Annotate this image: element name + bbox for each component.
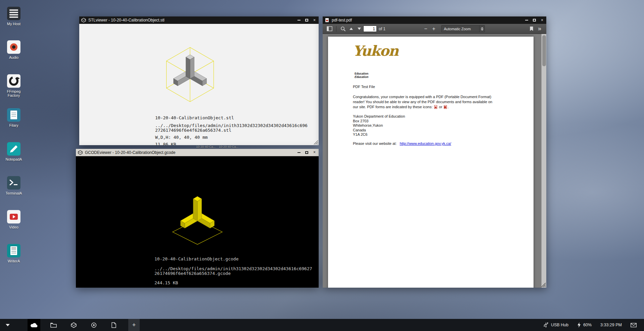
minimize-button[interactable] [297,18,301,23]
pdf-document-task-icon [111,322,116,328]
stl-viewport[interactable]: 10-20-40-CalibrationObject.stl ../../Des… [79,24,319,145]
maximize-button[interactable] [532,18,537,23]
desktop-icon-label: My Host [3,22,25,26]
pdf-viewer-window: pdf-test.pdf × [323,16,546,288]
address-line: Y1A 2C6 [353,132,405,137]
pdf-app-icon [325,18,329,23]
search-button[interactable] [339,25,347,33]
pdf-website-line: Please visit our website at: http://www.… [353,141,451,146]
pdf-content-area[interactable]: Yukon Education Éducation PDF Test File … [323,34,546,288]
stlviewer-titlebar[interactable]: STLviewer - 10-20-40-CalibrationObject.s… [79,16,319,24]
minimize-button[interactable] [297,150,301,155]
scrollbar[interactable] [541,34,546,288]
paragraph-line: our site. PDF forms are indicated by the… [353,105,432,109]
messages-tray[interactable] [631,323,637,327]
website-label: Please visit our website at: [353,141,397,146]
maximize-button[interactable] [305,18,309,23]
desktop: My Host Audio FFmpeg Factory Filary Note… [0,0,644,331]
pdf-window-title: pdf-test.pdf [332,18,522,23]
next-page-button[interactable] [355,25,363,33]
desktop-icon-label: WriterA [3,259,25,263]
desktop-icon-writera[interactable]: WriterA [3,244,25,263]
desktop-icon-label: FFmpeg Factory [3,89,25,97]
taskbar-stlviewer[interactable] [67,319,80,331]
clock[interactable]: 3:33:29 PM [600,323,622,327]
minimize-button[interactable] [524,18,529,23]
battery-status[interactable]: 60% [577,322,592,328]
arrow-down-icon [358,28,361,30]
pdf-paragraph: Congratulations, your computer is equipp… [353,94,514,110]
my-host-icon [7,7,20,20]
desktop-icon-terminala[interactable]: TerminalA [3,176,25,195]
stlviewer-app-icon [81,18,86,23]
taskbar-gcodeviewer[interactable] [87,319,100,331]
close-button[interactable]: × [312,18,317,23]
page-count-label: of 1 [379,27,385,31]
audio-icon [7,40,20,54]
zoom-out-button[interactable]: − [422,25,430,33]
address-line: Yukon Department of Education [353,114,405,119]
stl-3d-model [160,47,220,106]
desktop-file-label: 10-20-40-Ca... [217,145,240,149]
stl-filename: 10-20-40-CalibrationObject.stl [155,115,234,120]
desktop-icon-notepada[interactable]: NotepadA [3,142,25,161]
chevron-down-icon [6,324,10,326]
zoom-in-button[interactable]: + [430,25,438,33]
desktop-icon-label: NotepadA [3,157,25,161]
taskbar: + USB Hub 60% 3:33:29 PM [0,319,644,331]
gcode-path-line1: ../../Desktop/files/admin/inith31302d323… [154,266,312,271]
gcodeviewer-window-title: GCODEviewer - 10-20-40-CalibrationObject… [85,150,294,155]
close-button[interactable]: × [312,150,317,155]
page-number-input[interactable] [363,26,377,32]
desktop-icon-video[interactable]: Video [3,210,25,229]
gcodeviewer-window: GCODEviewer - 10-20-40-CalibrationObject… [76,149,319,288]
pdf-toolbar: of 1 − + Automatic Zoom » [323,24,546,34]
resize-grip[interactable] [313,139,318,145]
arrow-up-icon [350,28,353,30]
close-button[interactable]: × [540,18,544,23]
zoom-select-arrows [479,26,485,32]
pdf-file-mini-icon [434,105,437,109]
zoom-select[interactable]: Automatic Zoom [441,25,485,32]
search-icon [340,26,346,32]
desktop-icon-audio[interactable]: Audio [3,40,25,59]
usb-hub-status[interactable]: USB Hub [543,322,568,328]
maximize-button[interactable] [305,150,309,155]
stl-dimensions: W,D,H: 40, 40, 40 mm [155,135,208,140]
logo-subtitle-en: Education [355,72,368,75]
usb-hub-label: USB Hub [551,323,568,327]
gcodeviewer-titlebar[interactable]: GCODEviewer - 10-20-40-CalibrationObject… [76,149,319,156]
desktop-icon-label: Audio [3,55,25,59]
previous-page-button[interactable] [347,25,355,33]
clock-label: 3:33:29 PM [600,323,622,327]
desktop-icon-ffmpeg-factory[interactable]: FFmpeg Factory [3,74,25,97]
address-line: Canada [353,128,405,133]
desktop-icon-my-host[interactable]: My Host [3,7,25,26]
pdf-titlebar[interactable]: pdf-test.pdf × [323,16,546,24]
resize-grip[interactable] [541,282,546,287]
folder-icon [50,323,57,328]
desktop-file-label: 10-20-40-Ca... [194,145,218,149]
bookmark-button[interactable] [527,25,536,33]
gcode-viewport[interactable]: 10-20-40-CalibrationObject.gcode ../../D… [76,156,319,288]
taskbar-pdf-viewer[interactable] [107,319,120,331]
taskbar-files-app[interactable] [28,319,40,331]
desktop-icon-filary[interactable]: Filary [3,108,25,127]
bookmark-icon [530,26,534,31]
paragraph-or: or [439,105,442,109]
gcodeviewer-task-icon [91,322,97,328]
desktop-icon-label: Video [3,225,25,229]
address-line: Whitehorse,Yukon [353,123,405,128]
desktop-icon-label: TerminalA [3,191,25,195]
pdf-page: Yukon Education Éducation PDF Test File … [328,37,534,288]
logo-subtitle-fr: Éducation [355,75,368,79]
scrollbar-thumb[interactable] [542,35,546,66]
taskbar-file-manager[interactable] [47,319,60,331]
stlviewer-task-icon [71,322,77,328]
sidebar-toggle-button[interactable] [325,25,333,33]
website-link[interactable]: http://www.education.gov.yk.ca/ [400,141,451,146]
taskbar-new-button[interactable]: + [128,319,140,331]
taskbar-collapse-button[interactable] [0,319,15,331]
video-play-icon [7,210,20,223]
toolbar-more-button[interactable]: » [536,25,544,33]
